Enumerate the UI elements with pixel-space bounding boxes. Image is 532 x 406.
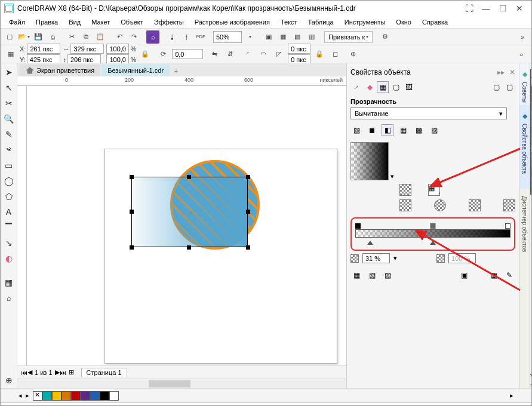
menu-edit[interactable]: Правка [31, 17, 63, 27]
show-rulers-icon[interactable]: ▦ [276, 30, 290, 44]
copy-transparency-icon[interactable]: ▦ [488, 269, 500, 281]
user-icon[interactable]: ⛶ [461, 2, 478, 14]
polygon-tool-icon[interactable]: ⬠ [2, 189, 16, 204]
sx-input[interactable]: 100,0 [106, 44, 129, 54]
angle-input[interactable]: 0,0 [172, 49, 203, 59]
menu-help[interactable]: Справка [417, 17, 453, 27]
transparency-tool-icon[interactable]: ▦ [2, 275, 16, 290]
docker-vtab-hints[interactable]: ◆Советы [519, 63, 530, 105]
doc-color-swatch[interactable] [81, 391, 90, 401]
redo-icon[interactable]: ↷ [127, 30, 140, 44]
uniform-transparency-icon[interactable]: ◼ [366, 124, 378, 136]
page-next-icon[interactable]: ▶ [55, 368, 60, 376]
page-tab-1[interactable]: Страница 1 [81, 368, 127, 377]
pdf-icon[interactable]: PDF [194, 30, 207, 44]
fill-tab-icon[interactable]: ◆ [364, 81, 376, 93]
text-tool-icon[interactable]: A [2, 205, 16, 219]
corner-chamfer-icon[interactable]: ◸ [272, 48, 285, 61]
connector-tool-icon[interactable]: ↘ [2, 236, 16, 250]
corner-round-icon[interactable]: ◜ [241, 48, 254, 61]
menu-layout[interactable]: Макет [87, 17, 115, 27]
menu-view[interactable]: Вид [64, 17, 85, 27]
object-tab-icon[interactable]: ▢ [390, 81, 402, 93]
lock-corners-icon[interactable]: 🔒 [313, 48, 326, 61]
docker-collapse-icon[interactable]: ▸▸ [497, 68, 505, 76]
x-input[interactable]: 261 пкс [27, 44, 60, 54]
corner-scallop-icon[interactable]: ◠ [257, 48, 270, 61]
cut-icon[interactable]: ✂ [65, 30, 78, 44]
menu-file[interactable]: Файл [4, 17, 30, 27]
freehand-tool-icon[interactable]: ✎ [2, 127, 16, 142]
open-icon[interactable]: 📂▾ [17, 30, 30, 44]
maximize-button[interactable]: ☐ [494, 2, 511, 14]
docker-tab1-icon[interactable]: ▢ [490, 81, 502, 93]
docker-close-icon[interactable]: ✕ [509, 68, 515, 76]
zoom-dropdown-icon[interactable]: ▾ [243, 30, 256, 44]
lock-ratio-icon[interactable]: 🔒 [139, 48, 152, 61]
page-prev-icon[interactable]: ◀ [27, 368, 32, 376]
pal-options-icon[interactable]: ▸ [26, 392, 29, 399]
transparency-tab-icon[interactable]: ▦ [377, 81, 389, 93]
propbar-overflow-icon[interactable]: » [515, 48, 528, 61]
apply-both-icon[interactable]: ▨ [382, 269, 393, 281]
bitmap-tab-icon[interactable]: 🖼 [403, 81, 415, 93]
elliptical-fountain-icon[interactable] [434, 199, 446, 211]
rectangle-tool-icon[interactable]: ▭ [2, 158, 16, 173]
opacity-input-right[interactable]: 100 % [448, 253, 476, 263]
close-button[interactable]: ✕ [511, 2, 528, 14]
linear-fountain-icon[interactable] [399, 199, 411, 211]
object-origin-icon[interactable]: ▦ [4, 48, 17, 61]
node-transparency-icon[interactable] [399, 184, 411, 196]
page-last-icon[interactable]: ⏭ [60, 369, 66, 376]
docker-vtab-objectprops[interactable]: ◆Свойства объекта [519, 105, 530, 189]
opacity-input-left[interactable]: 31 % [362, 253, 390, 263]
pal-left-icon[interactable]: ◂ [19, 392, 22, 399]
eyedropper-tool-icon[interactable]: ⌕ [2, 291, 16, 305]
crop-tool-icon[interactable]: ✂ [2, 96, 16, 110]
show-guides-icon[interactable]: ▥ [305, 30, 318, 44]
gradient-tri-left[interactable] [367, 241, 373, 245]
doc-color-swatch[interactable] [100, 391, 109, 401]
docker-vtab-objectmanager[interactable]: Диспетчер объектов [519, 189, 530, 284]
doc-color-swatch[interactable] [71, 391, 81, 401]
apply-fill-icon[interactable]: ▦ [350, 269, 362, 281]
ruler-horizontal[interactable]: 0 200 400 600 пикселей [17, 76, 346, 86]
new-icon[interactable]: ▢ [3, 30, 16, 44]
workspace[interactable]: ✕ [27, 86, 346, 365]
quickcustomize-icon[interactable]: ⊕ [2, 373, 16, 387]
doc-no-color[interactable]: ✕ [33, 391, 42, 401]
node-add-icon[interactable]: ▦+ [428, 184, 440, 196]
fullscreen-icon[interactable]: ▣ [262, 30, 275, 44]
tab-doc1[interactable]: Безымянный-1.cdr [102, 64, 170, 76]
w-input[interactable]: 329 пкс [70, 44, 104, 54]
pick-tool-icon[interactable]: ➤ [2, 65, 16, 79]
zoom-tool-icon[interactable]: 🔍 [2, 112, 16, 126]
menu-effects[interactable]: Эффекты [149, 17, 189, 27]
hscroll-thumb[interactable] [149, 380, 190, 387]
menu-window[interactable]: Окно [391, 17, 416, 27]
doc-color-swatch[interactable] [61, 391, 71, 401]
ruler-vertical[interactable] [17, 86, 27, 365]
outline-tab-icon[interactable]: ⟋ [350, 81, 362, 93]
doc-color-swatch[interactable] [52, 391, 61, 401]
ellipse-tool-icon[interactable]: ◯ [2, 174, 16, 188]
minimize-button[interactable]: — [478, 2, 494, 14]
freeze-icon[interactable]: ▣ [458, 269, 470, 281]
mirror-h-icon[interactable]: ⇋ [208, 48, 221, 61]
opacity-stepper-icon[interactable]: ▾ [393, 254, 397, 262]
texture-transparency-icon[interactable]: ▨ [428, 124, 440, 136]
hscrollbar[interactable] [17, 379, 346, 388]
add-tab-button[interactable]: + [171, 66, 182, 76]
twocolor-transparency-icon[interactable]: ▩ [413, 124, 425, 136]
gradient-preview[interactable] [350, 142, 389, 180]
search-content-icon[interactable]: ⌕ [146, 30, 159, 44]
export-icon[interactable]: ⭱ [180, 30, 193, 44]
snap-dropdown[interactable]: Привязать к ▾ [324, 31, 373, 43]
relative-corner-icon[interactable]: ◻ [328, 48, 342, 61]
save-icon[interactable]: 💾 [32, 30, 45, 44]
parallel-dim-icon[interactable]: ▔ [2, 220, 16, 235]
menu-tools[interactable]: Инструменты [340, 17, 390, 27]
gradient-stop-start[interactable] [355, 223, 361, 229]
page-add-icon[interactable]: ⊞ [66, 368, 76, 376]
apply-outline-icon[interactable]: ▧ [366, 269, 378, 281]
